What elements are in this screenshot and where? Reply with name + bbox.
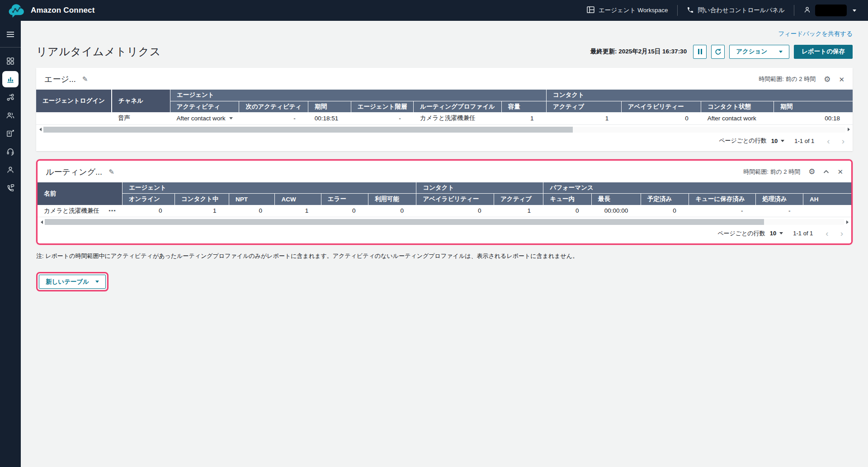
col-saved-in-queue[interactable]: キューに保存済み [689, 194, 756, 205]
col-channel[interactable]: チャネル [112, 90, 170, 112]
routing-profile-name: カメラと洗濯機兼任 [44, 207, 99, 215]
header-controls: 最終更新: 2025年2月15日 16:37:30 アクション レポートの保存 [590, 45, 853, 59]
col-availability[interactable]: アベイラビリティー [621, 101, 701, 112]
cell-availability: 0 [621, 112, 701, 124]
routing-table-title: ルーティング... [46, 167, 102, 177]
col-duration[interactable]: 期間 [308, 101, 351, 112]
col-name[interactable]: 名前 [38, 182, 123, 205]
scrollbar-thumb[interactable] [45, 219, 764, 225]
next-page-icon[interactable]: › [840, 229, 843, 238]
rows-per-page-select[interactable]: 10 [771, 138, 784, 144]
cell-active: 1 [494, 205, 543, 217]
page-range: 1-1 of 1 [793, 230, 813, 237]
pause-button[interactable] [693, 45, 707, 59]
cell-error: 0 [321, 205, 368, 217]
col-active[interactable]: アクティブ [547, 101, 622, 112]
col-hierarchy[interactable]: エージェント階層 [351, 101, 414, 112]
col-contact-state[interactable]: コンタクト状態 [701, 101, 774, 112]
horizontal-scrollbar[interactable] [38, 126, 851, 133]
col-aht[interactable]: AH [803, 194, 851, 205]
scrollbar-track[interactable] [43, 127, 845, 133]
col-duration-contact[interactable]: 期間 [774, 101, 853, 112]
collapse-icon[interactable] [823, 170, 829, 174]
next-page-icon[interactable]: › [842, 137, 844, 145]
share-feedback-link[interactable]: フィードバックを共有する [778, 30, 853, 37]
col-capacity[interactable]: 容量 [501, 101, 546, 112]
rows-per-page-select[interactable]: 10 [770, 230, 783, 237]
activity-value: After contact work [177, 115, 226, 122]
close-icon[interactable]: ✕ [839, 76, 844, 83]
previous-page-icon[interactable]: ‹ [827, 137, 830, 145]
col-active[interactable]: アクティブ [494, 194, 543, 205]
col-available[interactable]: 利用可能 [368, 194, 416, 205]
user-icon [803, 6, 811, 15]
col-error[interactable]: エラー [321, 194, 368, 205]
rows-per-page-value: 10 [771, 138, 778, 144]
group-contact: コンタクト [547, 90, 853, 101]
previous-page-icon[interactable]: ‹ [826, 229, 828, 238]
chevron-down-icon [779, 232, 783, 234]
agent-table-viewport: エージェントログイン チャネル エージェント コンタクト アクティビティ 次のア… [36, 90, 853, 125]
scrollbar-track[interactable] [45, 219, 844, 225]
new-table-button[interactable]: 新しいテーブル [39, 275, 106, 289]
settings-gear-icon[interactable]: ⚙ [808, 168, 815, 176]
topbar-divider [677, 5, 678, 16]
settings-gear-icon[interactable]: ⚙ [824, 76, 830, 83]
row-options-icon[interactable]: ⋯ [108, 206, 116, 215]
save-report-button[interactable]: レポートの保存 [794, 45, 853, 59]
sidebar-item-profile[interactable] [2, 162, 19, 178]
scroll-left-icon[interactable] [39, 220, 44, 224]
group-contact: コンタクト [416, 182, 543, 194]
nav-agent-workspace-label: エージェント Workspace [599, 6, 668, 14]
sidebar-item-dashboard[interactable] [2, 53, 19, 69]
col-npt[interactable]: NPT [229, 194, 275, 205]
col-next-activity[interactable]: 次のアクティビティ [239, 101, 308, 112]
page-range: 1-1 of 1 [794, 138, 814, 144]
col-activity[interactable]: アクティビティ [170, 101, 239, 112]
last-updated: 最終更新: 2025年2月15日 16:37:30 [590, 48, 687, 56]
nav-agent-workspace[interactable]: エージェント Workspace [587, 6, 668, 14]
col-in-queue[interactable]: キュー内 [543, 194, 592, 205]
col-oldest[interactable]: 最長 [592, 194, 641, 205]
sidebar-item-flows[interactable] [2, 89, 19, 105]
edit-title-icon[interactable]: ✎ [108, 168, 114, 176]
sidebar-item-headset[interactable] [2, 143, 19, 160]
col-availability[interactable]: アベイラビリティー [416, 194, 494, 205]
amazon-connect-logo-icon[interactable] [7, 1, 25, 19]
scroll-right-icon[interactable] [846, 128, 851, 131]
routing-table-pagination: ページごとの行数 10 1-1 of 1 ‹ › [38, 225, 851, 243]
horizontal-scrollbar[interactable] [39, 219, 849, 225]
user-menu[interactable] [803, 5, 856, 16]
hamburger-menu-icon[interactable] [2, 26, 19, 43]
col-scheduled[interactable]: 予定済み [641, 194, 689, 205]
nav-ccp[interactable]: 問い合わせコントロールパネル [687, 6, 785, 15]
close-icon[interactable]: ✕ [837, 168, 843, 175]
col-routing-profile[interactable]: ルーティングプロファイル [414, 101, 501, 112]
highlight-outline: ルーティング... ✎ 時間範囲: 前の 2 時間 ⚙ ✕ [36, 159, 853, 245]
pause-icon [698, 49, 702, 54]
cell-activity[interactable]: After contact work [170, 112, 239, 124]
col-online[interactable]: オンライン [123, 194, 175, 205]
scroll-left-icon[interactable] [38, 128, 42, 131]
chevron-down-icon [781, 140, 784, 142]
new-table-label: 新しいテーブル [46, 278, 89, 286]
cell-on-contact: 1 [175, 205, 229, 217]
scroll-right-icon[interactable] [845, 220, 849, 224]
actions-dropdown[interactable]: アクション [729, 45, 789, 59]
chevron-down-icon [229, 117, 233, 119]
sidebar-item-metrics[interactable] [2, 71, 19, 87]
refresh-button[interactable] [711, 45, 725, 59]
chevron-down-icon [779, 51, 783, 53]
group-performance: パフォーマンス [543, 182, 851, 194]
col-on-contact[interactable]: コンタクト中 [175, 194, 229, 205]
sidebar-item-users[interactable] [2, 107, 19, 124]
scrollbar-thumb[interactable] [43, 127, 573, 133]
sidebar-item-directory[interactable] [2, 125, 19, 142]
edit-title-icon[interactable]: ✎ [82, 75, 88, 83]
col-handled[interactable]: 処理済み [756, 194, 803, 205]
sidebar-item-phone-chat[interactable] [2, 180, 19, 196]
col-acw[interactable]: ACW [275, 194, 321, 205]
col-agent-login[interactable]: エージェントログイン [36, 90, 112, 112]
agent-table-title: エージ... [44, 74, 76, 85]
cell-in-queue: 0 [543, 205, 592, 217]
